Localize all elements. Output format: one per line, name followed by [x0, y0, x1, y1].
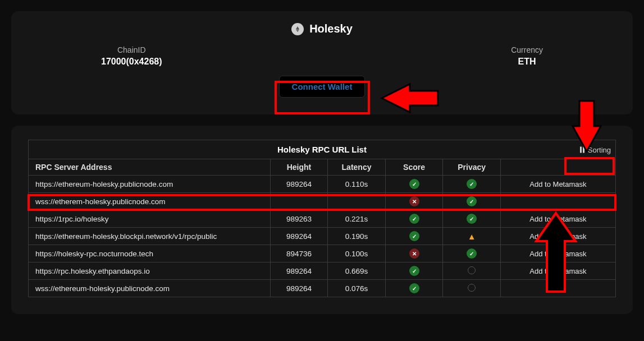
add-to-metamask-link[interactable]: Add to Metamask	[529, 180, 586, 188]
currency-group: Currency ETH	[511, 45, 543, 67]
currency-label: Currency	[511, 45, 543, 54]
rpc-action[interactable]: Add to Metamask	[500, 228, 615, 245]
add-to-metamask-link[interactable]: Add to Metamask	[529, 215, 586, 223]
currency-value: ETH	[511, 57, 543, 67]
rpc-latency	[328, 193, 386, 210]
rpc-latency: 0.100s	[328, 245, 386, 262]
rpc-address[interactable]: wss://ethereum-holesky.publicnode.com	[29, 280, 271, 297]
add-to-metamask-link[interactable]: Add to Metamask	[529, 250, 586, 258]
rpc-address[interactable]: https://ethereum-holesky.blockpi.network…	[29, 228, 271, 245]
rpc-action	[500, 280, 615, 297]
score-ok-icon: ✓	[409, 214, 419, 224]
add-to-metamask-link[interactable]: Add to Metamask	[529, 267, 586, 275]
ethereum-icon	[291, 23, 304, 35]
rpc-latency: 0.110s	[328, 176, 386, 193]
add-to-metamask-link[interactable]: Add to Metamask	[529, 232, 586, 241]
rpc-action[interactable]: Add to Metamask	[500, 262, 615, 280]
chain-title-row: Holesky	[28, 22, 616, 35]
table-row: https://holesky-rpc.nocturnode.tech89473…	[29, 245, 616, 262]
table-row: https://ethereum-holesky.blockpi.network…	[29, 228, 616, 245]
table-title-cell: Holesky RPC URL List Sorting	[29, 140, 616, 159]
col-latency[interactable]: Latency	[328, 159, 386, 176]
chain-title: Holesky	[309, 22, 353, 35]
rpc-privacy: ✓	[443, 193, 501, 210]
privacy-ok-icon: ✓	[467, 196, 477, 206]
rpc-table-card: Holesky RPC URL List Sorting RPC Server …	[11, 126, 633, 314]
rpc-address[interactable]: https://ethereum-holesky.publicnode.com	[29, 176, 271, 193]
rpc-height: 989264	[270, 176, 328, 193]
rpc-score: ✕	[385, 245, 443, 262]
privacy-warn-icon: ▲	[467, 231, 477, 241]
rpc-latency: 0.076s	[328, 280, 386, 297]
rpc-latency: 0.190s	[328, 228, 386, 245]
privacy-ok-icon: ✓	[467, 248, 477, 259]
col-score[interactable]: Score	[385, 159, 443, 176]
rpc-privacy: ▲	[443, 228, 501, 245]
sorting-label: Sorting	[588, 145, 611, 154]
rpc-privacy	[443, 262, 501, 280]
col-height[interactable]: Height	[270, 159, 328, 176]
table-header-row: RPC Server Address Height Latency Score …	[29, 159, 616, 176]
col-address[interactable]: RPC Server Address	[29, 159, 271, 176]
table-row: https://ethereum-holesky.publicnode.com9…	[29, 176, 616, 193]
rpc-address[interactable]: https://rpc.holesky.ethpandaops.io	[29, 262, 271, 280]
table-row: https://1rpc.io/holesky9892630.221s✓✓Add…	[29, 210, 616, 228]
rpc-height: 989264	[270, 262, 328, 280]
chainid-value: 17000(0x4268)	[101, 57, 162, 67]
table-row: wss://ethereum-holesky.publicnode.com989…	[29, 280, 616, 297]
rpc-latency: 0.221s	[328, 210, 386, 228]
rpc-height	[270, 193, 328, 210]
rpc-score: ✕	[385, 193, 443, 210]
score-ok-icon: ✓	[409, 283, 419, 293]
rpc-score: ✓	[385, 228, 443, 245]
rpc-height: 894736	[270, 245, 328, 262]
rpc-table: Holesky RPC URL List Sorting RPC Server …	[28, 140, 616, 297]
privacy-ok-icon: ✓	[467, 179, 477, 189]
rpc-privacy	[443, 280, 501, 297]
rpc-address[interactable]: https://1rpc.io/holesky	[29, 210, 271, 228]
rpc-privacy: ✓	[443, 245, 501, 262]
chain-meta-row: ChainID 17000(0x4268) Currency ETH	[28, 45, 616, 67]
rpc-height: 989264	[270, 228, 328, 245]
chainid-label: ChainID	[101, 45, 162, 54]
score-ok-icon: ✓	[409, 231, 419, 241]
rpc-score: ✓	[385, 176, 443, 193]
chainid-group: ChainID 17000(0x4268)	[101, 45, 162, 67]
col-action	[500, 159, 615, 176]
score-ok-icon: ✓	[409, 179, 419, 189]
privacy-none-icon	[468, 284, 476, 292]
score-ok-icon: ✓	[409, 266, 419, 276]
table-title: Holesky RPC URL List	[277, 145, 367, 154]
rpc-action[interactable]: Add to Metamask	[500, 176, 615, 193]
rpc-action[interactable]: Add to Metamask	[500, 245, 615, 262]
sorting-toggle[interactable]: Sorting	[580, 145, 611, 154]
rpc-action	[500, 193, 615, 210]
table-row: wss://etherem-holesky.publicnode.com✕✓	[29, 193, 616, 210]
privacy-ok-icon: ✓	[467, 214, 477, 224]
rpc-score: ✓	[385, 280, 443, 297]
col-privacy[interactable]: Privacy	[443, 159, 501, 176]
score-fail-icon: ✕	[409, 196, 419, 206]
rpc-height: 989263	[270, 210, 328, 228]
rpc-address[interactable]: wss://etherem-holesky.publicnode.com	[29, 193, 271, 210]
chain-header-card: Holesky ChainID 17000(0x4268) Currency E…	[11, 11, 633, 114]
rpc-latency: 0.669s	[328, 262, 386, 280]
privacy-none-icon	[468, 266, 476, 274]
rpc-privacy: ✓	[443, 210, 501, 228]
connect-wallet-button[interactable]: Connect Wallet	[279, 76, 366, 98]
rpc-address[interactable]: https://holesky-rpc.nocturnode.tech	[29, 245, 271, 262]
rpc-score: ✓	[385, 210, 443, 228]
rpc-action[interactable]: Add to Metamask	[500, 210, 615, 228]
rpc-score: ✓	[385, 262, 443, 280]
rpc-height: 989264	[270, 280, 328, 297]
table-row: https://rpc.holesky.ethpandaops.io989264…	[29, 262, 616, 280]
score-fail-icon: ✕	[409, 248, 419, 259]
rpc-privacy: ✓	[443, 176, 501, 193]
pause-icon	[580, 146, 584, 153]
